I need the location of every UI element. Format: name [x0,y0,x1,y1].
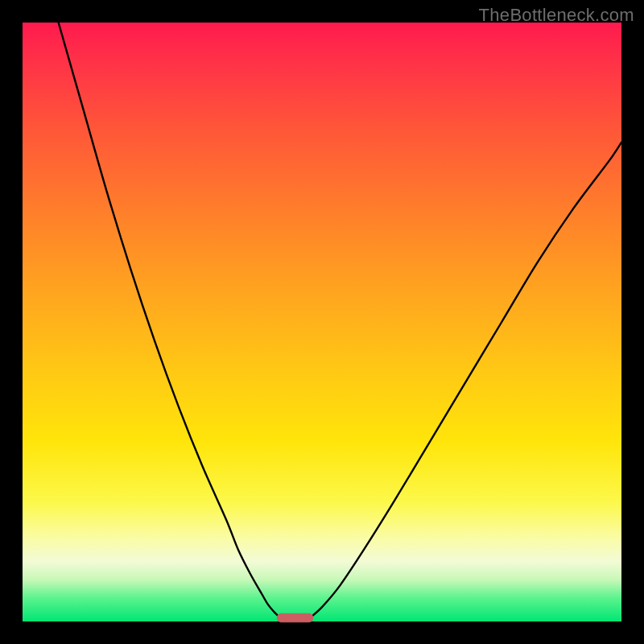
right-curve [310,142,621,618]
left-curve [59,23,280,618]
chart-frame: TheBottleneck.com [0,0,644,644]
minimum-marker [277,613,313,621]
curve-layer [23,23,621,621]
plot-area [23,23,621,621]
